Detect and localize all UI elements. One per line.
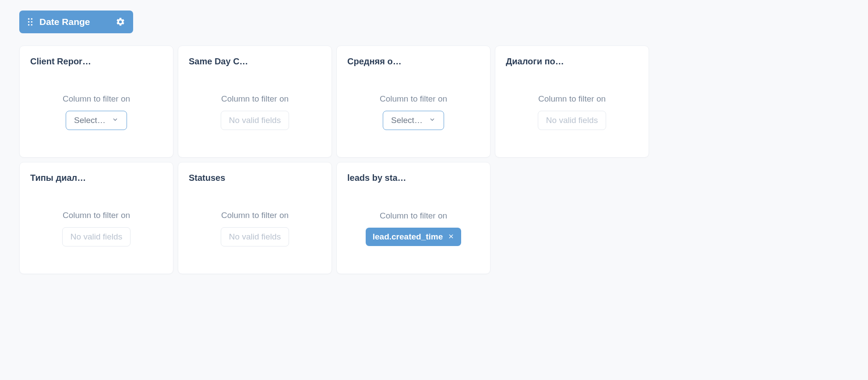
filter-card: leads by stat…Column to filter onlead.cr… (336, 162, 490, 274)
date-range-label: Date Range (39, 17, 90, 27)
card-body: Column to filter onNo valid fields (189, 183, 321, 274)
close-icon[interactable] (448, 232, 454, 242)
select-placeholder: Select… (74, 116, 106, 125)
filter-label: Column to filter on (380, 211, 447, 221)
card-title: Типы диал… (30, 173, 92, 183)
no-valid-fields-label: No valid fields (229, 232, 281, 242)
card-body: Column to filter onNo valid fields (189, 67, 321, 157)
filter-card: Client Repor…Column to filter onSelect… (19, 46, 173, 158)
column-select[interactable]: Select… (383, 111, 444, 130)
card-title: Средняя о… (347, 56, 409, 67)
no-valid-fields-label: No valid fields (71, 232, 122, 242)
card-title: Диалоги по… (506, 56, 567, 67)
date-range-pill[interactable]: Date Range (19, 11, 133, 33)
svg-point-0 (28, 18, 30, 20)
column-select[interactable]: Select… (66, 111, 127, 130)
card-body: Column to filter onSelect… (30, 67, 162, 157)
chevron-down-icon (112, 116, 119, 125)
selected-column-chip[interactable]: lead.created_time (366, 228, 462, 246)
filter-label: Column to filter on (63, 94, 130, 104)
filter-label: Column to filter on (538, 94, 606, 104)
column-select-disabled: No valid fields (221, 111, 289, 130)
column-select-disabled: No valid fields (62, 227, 131, 246)
no-valid-fields-label: No valid fields (546, 116, 598, 125)
card-title: leads by stat… (347, 173, 409, 183)
filter-label: Column to filter on (221, 94, 289, 104)
chip-label: lead.created_time (373, 232, 443, 242)
filter-card: Средняя о…Column to filter onSelect… (336, 46, 490, 158)
gear-icon[interactable] (116, 17, 125, 27)
svg-point-2 (28, 21, 30, 23)
filter-card: Типы диал…Column to filter onNo valid fi… (19, 162, 173, 274)
column-select-disabled: No valid fields (538, 111, 606, 130)
cards-grid: Client Repor…Column to filter onSelect…S… (19, 46, 849, 274)
filter-label: Column to filter on (380, 94, 447, 104)
filter-card: Same Day C…Column to filter onNo valid f… (178, 46, 332, 158)
select-placeholder: Select… (391, 116, 423, 125)
card-title: Same Day C… (189, 56, 250, 67)
svg-point-1 (31, 18, 33, 20)
card-title: Client Repor… (30, 56, 92, 67)
svg-point-5 (31, 24, 33, 26)
filter-label: Column to filter on (221, 211, 289, 220)
column-select-disabled: No valid fields (221, 227, 289, 246)
filter-card: StatusesColumn to filter onNo valid fiel… (178, 162, 332, 274)
card-body: Column to filter onNo valid fields (506, 67, 638, 157)
filter-label: Column to filter on (63, 211, 130, 220)
card-body: Column to filter onSelect… (347, 67, 480, 157)
drag-handle-icon[interactable] (27, 18, 33, 26)
chevron-down-icon (429, 116, 436, 125)
svg-point-3 (31, 21, 33, 23)
card-title: Statuses (189, 173, 250, 183)
card-body: Column to filter onlead.created_time (347, 183, 480, 274)
card-body: Column to filter onNo valid fields (30, 183, 162, 274)
no-valid-fields-label: No valid fields (229, 116, 281, 125)
filter-card: Диалоги по…Column to filter onNo valid f… (495, 46, 649, 158)
svg-point-4 (28, 24, 30, 26)
